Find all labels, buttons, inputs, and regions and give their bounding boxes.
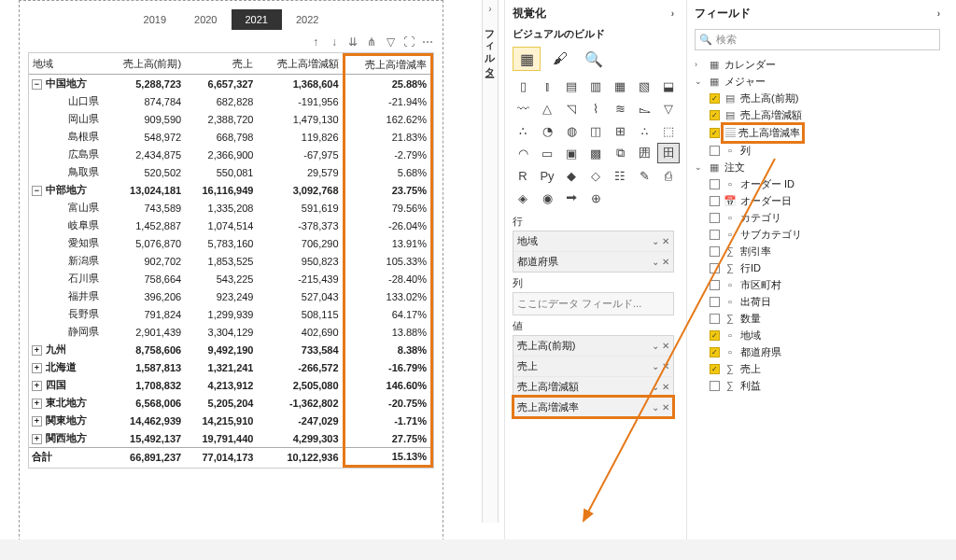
row-header[interactable]: 島根県 bbox=[29, 128, 105, 146]
column-header[interactable]: 売上高増減額 bbox=[257, 55, 344, 75]
cell[interactable]: 5,205,204 bbox=[185, 394, 257, 412]
cell[interactable]: 13,024,181 bbox=[105, 181, 185, 199]
cell[interactable]: 2,388,720 bbox=[185, 110, 257, 128]
cell[interactable]: 16,116,949 bbox=[185, 181, 257, 199]
format-visual-tab[interactable]: 🖌 bbox=[546, 47, 574, 71]
field-node[interactable]: ▫出荷日 bbox=[695, 293, 940, 310]
cell[interactable]: 527,043 bbox=[257, 287, 344, 305]
row-header[interactable]: 合計 bbox=[29, 448, 105, 467]
field-node[interactable]: ✓▤ 売上高増減率 bbox=[695, 123, 940, 142]
cell[interactable]: 1,587,813 bbox=[105, 358, 185, 376]
cell[interactable]: 23.75% bbox=[344, 181, 431, 199]
cell[interactable]: 3,304,129 bbox=[185, 323, 257, 341]
area-icon[interactable]: △ bbox=[537, 99, 557, 118]
field-well-item[interactable]: 都道府県⌄ ✕ bbox=[513, 251, 673, 272]
cell[interactable]: 548,972 bbox=[105, 128, 185, 146]
cell[interactable]: 591,619 bbox=[257, 199, 344, 217]
cell[interactable]: 1,074,514 bbox=[185, 217, 257, 234]
field-checkbox[interactable] bbox=[710, 146, 720, 156]
cell[interactable]: -16.79% bbox=[344, 358, 431, 376]
cell[interactable]: 21.83% bbox=[344, 128, 431, 146]
field-checkbox[interactable]: ✓ bbox=[710, 364, 720, 374]
cell[interactable]: -1,362,802 bbox=[257, 394, 344, 412]
cell[interactable]: 27.75% bbox=[344, 429, 431, 448]
cell[interactable]: 923,249 bbox=[185, 287, 257, 305]
cell[interactable]: 402,690 bbox=[257, 323, 344, 341]
cell[interactable]: -191,956 bbox=[257, 92, 344, 110]
field-checkbox[interactable] bbox=[710, 297, 720, 307]
cell[interactable]: -21.94% bbox=[344, 92, 431, 110]
row-header[interactable]: 鳥取県 bbox=[29, 163, 105, 181]
field-node[interactable]: ✓▤売上高増減額 bbox=[695, 106, 940, 123]
year-tab-2022[interactable]: 2022 bbox=[282, 9, 332, 30]
cell[interactable]: 15.13% bbox=[344, 448, 431, 467]
blank2-icon[interactable] bbox=[634, 189, 654, 207]
expand-toggle[interactable]: − bbox=[32, 79, 42, 90]
cell[interactable]: 10,122,936 bbox=[257, 448, 344, 467]
table-node[interactable]: ⌄▦注文 bbox=[695, 159, 940, 175]
row-header[interactable]: +東北地方 bbox=[29, 394, 105, 412]
chevron-right-icon[interactable]: › bbox=[671, 8, 674, 19]
field-checkbox[interactable]: ✓ bbox=[710, 110, 720, 120]
expand-toggle[interactable]: + bbox=[32, 434, 42, 444]
well-item-actions[interactable]: ⌄ ✕ bbox=[652, 341, 669, 351]
expand-toggle[interactable]: + bbox=[32, 363, 42, 373]
field-node[interactable]: ∑利益 bbox=[695, 377, 940, 394]
bar-100-icon[interactable]: ▦ bbox=[610, 77, 630, 95]
pie-icon[interactable]: ◔ bbox=[537, 121, 557, 140]
column-line-icon[interactable]: ⬓ bbox=[658, 77, 679, 95]
column-header[interactable]: 売上高(前期) bbox=[105, 55, 185, 75]
cell[interactable]: 2,505,080 bbox=[257, 376, 344, 394]
column-stacked-icon[interactable]: ▯ bbox=[513, 77, 533, 95]
well-item-actions[interactable]: ⌄ ✕ bbox=[652, 382, 669, 392]
multi-card-icon[interactable]: ▣ bbox=[561, 144, 582, 162]
drill-down-icon[interactable]: ↓ bbox=[328, 35, 341, 49]
expand-toggle[interactable]: + bbox=[32, 381, 42, 391]
field-checkbox[interactable] bbox=[710, 196, 720, 206]
field-checkbox[interactable] bbox=[710, 280, 720, 290]
cell[interactable]: -28.40% bbox=[344, 270, 431, 287]
field-node[interactable]: 📅オーダー日 bbox=[695, 192, 940, 209]
matrix-table[interactable]: 地域売上高(前期)売上売上高増減額売上高増減率−中国地方5,288,7236,6… bbox=[29, 53, 433, 468]
r-icon[interactable]: R bbox=[513, 166, 533, 185]
values-well[interactable]: 売上高(前期)⌄ ✕売上⌄ ✕売上高増減額⌄ ✕売上高増減率⌄ ✕ bbox=[513, 335, 674, 418]
cell[interactable]: 3,092,768 bbox=[257, 181, 344, 199]
field-node[interactable]: ▫オーダー ID bbox=[695, 175, 940, 192]
cell[interactable]: 6,568,006 bbox=[105, 394, 185, 412]
field-checkbox[interactable] bbox=[710, 246, 720, 257]
well-item-actions[interactable]: ⌄ ✕ bbox=[652, 402, 669, 413]
year-tab-2021[interactable]: 2021 bbox=[232, 9, 282, 30]
field-checkbox[interactable] bbox=[710, 230, 720, 240]
field-well-item[interactable]: 売上高増減率⌄ ✕ bbox=[513, 397, 673, 417]
field-checkbox[interactable]: ✓ bbox=[710, 347, 720, 357]
cell[interactable]: 874,784 bbox=[105, 92, 185, 110]
table-node[interactable]: ⌄▦メジャー bbox=[695, 73, 940, 90]
field-well-item[interactable]: 売上高(前期)⌄ ✕ bbox=[513, 336, 673, 356]
cell[interactable]: 29,579 bbox=[257, 163, 344, 181]
cell[interactable]: 14,462,939 bbox=[105, 412, 185, 429]
decomp-icon[interactable]: ◇ bbox=[585, 166, 606, 185]
cell[interactable]: -247,029 bbox=[257, 412, 344, 429]
cell[interactable]: 77,014,173 bbox=[185, 448, 257, 467]
line-col-icon[interactable]: ⌇ bbox=[585, 99, 606, 118]
expand-toggle[interactable]: + bbox=[32, 416, 42, 427]
cell[interactable]: 1,853,525 bbox=[185, 252, 257, 270]
chevron-right-icon[interactable]: › bbox=[937, 8, 940, 19]
cell[interactable]: 1,321,241 bbox=[185, 358, 257, 376]
well-item-actions[interactable]: ⌄ ✕ bbox=[652, 361, 669, 371]
cell[interactable]: 4,299,303 bbox=[257, 429, 344, 448]
year-tab-2020[interactable]: 2020 bbox=[180, 9, 231, 30]
field-node[interactable]: ∑割引率 bbox=[695, 243, 940, 259]
expand-toggle[interactable]: + bbox=[32, 345, 42, 356]
cell[interactable]: 13.91% bbox=[344, 234, 431, 252]
cell[interactable]: 79.56% bbox=[344, 199, 431, 217]
azure-map-icon[interactable]: ⬚ bbox=[658, 121, 679, 140]
powerapps-icon[interactable]: ◉ bbox=[537, 189, 557, 207]
cell[interactable]: -215,439 bbox=[257, 270, 344, 287]
row-header[interactable]: 山口県 bbox=[29, 92, 105, 110]
cell[interactable]: 2,366,900 bbox=[185, 146, 257, 163]
funnel-icon[interactable]: ▽ bbox=[658, 99, 679, 118]
column-header[interactable]: 地域 bbox=[29, 55, 105, 75]
cell[interactable]: 706,290 bbox=[257, 234, 344, 252]
cell[interactable]: 15,492,137 bbox=[105, 429, 185, 448]
